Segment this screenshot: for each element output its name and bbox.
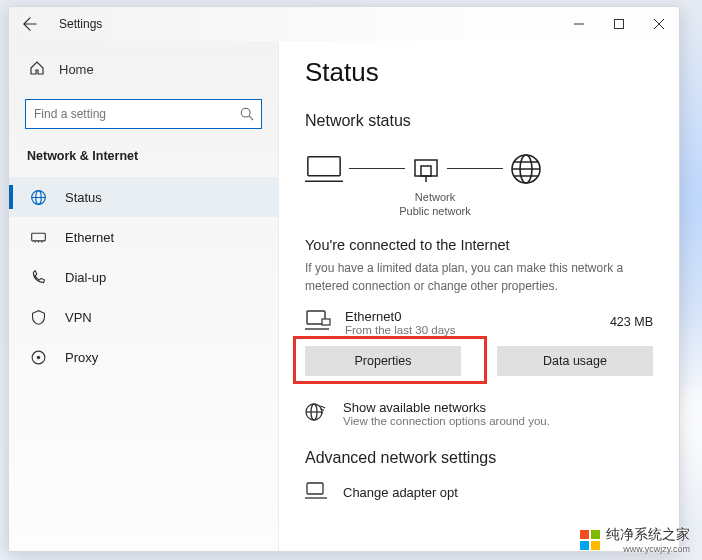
svg-rect-8 [415,160,437,176]
home-icon [29,60,45,79]
properties-button[interactable]: Properties [305,346,461,376]
svg-point-6 [36,355,39,358]
dialup-icon [29,269,47,286]
globe-icon [509,152,543,186]
connection-sub: From the last 30 days [345,324,598,336]
data-usage-button[interactable]: Data usage [497,346,653,376]
search-box[interactable] [25,99,262,129]
window-title: Settings [59,17,102,31]
maximize-button[interactable] [599,7,639,41]
adapter-title: Change adapter opt [343,485,458,500]
sidebar-item-vpn[interactable]: VPN [9,297,278,337]
ethernet-adapter-icon [411,154,441,184]
sidebar-item-label: Ethernet [65,230,114,245]
pc-small-icon [305,309,333,336]
advanced-heading: Advanced network settings [305,449,653,467]
titlebar: Settings [9,7,679,41]
svg-rect-0 [615,20,624,29]
search-input[interactable] [26,107,233,121]
diagram-network-label: Network [305,190,565,204]
svg-point-1 [241,108,250,117]
sidebar-home-label: Home [59,62,94,77]
minimize-icon [574,19,584,29]
svg-rect-9 [421,166,431,176]
settings-window: Settings Home N [8,6,680,552]
connection-row: Ethernet0 From the last 30 days 423 MB [305,309,653,336]
svg-rect-16 [307,483,323,494]
search-icon [233,107,261,121]
sidebar: Home Network & Internet Status Ether [9,41,279,551]
adapter-icon [305,481,329,504]
minimize-button[interactable] [559,7,599,41]
svg-rect-13 [322,319,330,325]
back-button[interactable] [19,13,41,35]
svg-rect-7 [308,157,340,176]
close-icon [654,19,664,29]
arrow-left-icon [23,17,37,31]
sidebar-item-label: VPN [65,310,92,325]
close-button[interactable] [639,7,679,41]
available-title: Show available networks [343,400,550,415]
show-available-networks[interactable]: Show available networks View the connect… [305,400,653,427]
connected-sub: If you have a limited data plan, you can… [305,259,653,295]
network-status-heading: Network status [305,112,653,130]
vpn-icon [29,309,47,326]
sidebar-item-dialup[interactable]: Dial-up [9,257,278,297]
sidebar-item-status[interactable]: Status [9,177,278,217]
connection-buttons: Properties Data usage [305,346,653,376]
watermark-logo-icon [580,530,600,550]
main-content: Status Network status Network Public net… [279,41,679,551]
globe-net-icon [305,401,329,426]
connection-name: Ethernet0 [345,309,598,324]
connected-heading: You're connected to the Internet [305,237,653,253]
diagram-caption: Network Public network [305,190,565,219]
sidebar-item-proxy[interactable]: Proxy [9,337,278,377]
watermark: 纯净系统之家 www.ycwjzy.com [580,526,690,554]
diagram-network-sub: Public network [305,204,565,218]
sidebar-item-label: Status [65,190,102,205]
sidebar-home[interactable]: Home [9,51,278,87]
page-title: Status [305,57,653,88]
proxy-icon [29,349,47,366]
sidebar-category: Network & Internet [9,143,278,177]
status-icon [29,189,47,206]
available-sub: View the connection options around you. [343,415,550,427]
sidebar-item-label: Dial-up [65,270,106,285]
sidebar-item-ethernet[interactable]: Ethernet [9,217,278,257]
watermark-text: 纯净系统之家 [606,526,690,544]
pc-icon [305,153,343,185]
connection-usage: 423 MB [610,315,653,329]
watermark-url: www.ycwjzy.com [606,544,690,554]
ethernet-icon [29,229,47,246]
maximize-icon [614,19,624,29]
sidebar-item-label: Proxy [65,350,98,365]
svg-rect-4 [31,233,45,241]
network-diagram [305,152,653,186]
change-adapter-options[interactable]: Change adapter opt [305,481,653,504]
